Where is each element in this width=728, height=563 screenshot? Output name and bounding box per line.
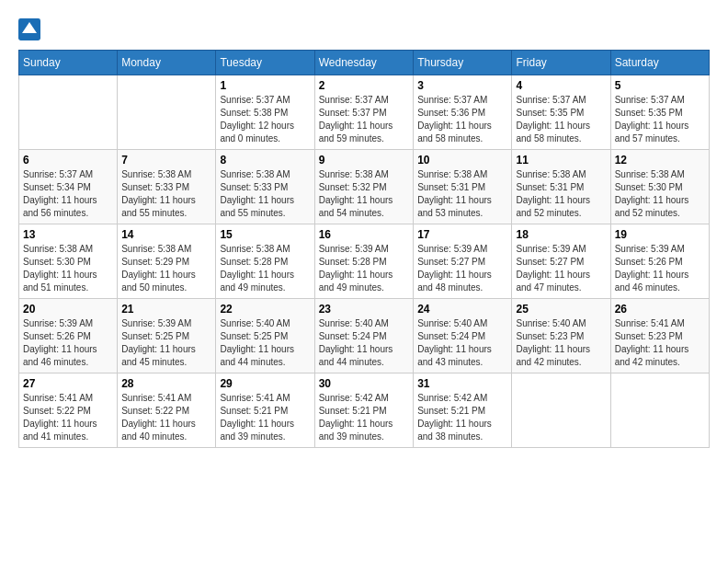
calendar-header: SundayMondayTuesdayWednesdayThursdayFrid… <box>19 51 710 75</box>
calendar-cell: 10Sunrise: 5:38 AMSunset: 5:31 PMDayligh… <box>414 150 512 224</box>
calendar-cell: 15Sunrise: 5:38 AMSunset: 5:28 PMDayligh… <box>216 224 314 299</box>
day-number: 11 <box>516 154 606 167</box>
calendar-cell <box>512 373 610 448</box>
calendar-cell: 28Sunrise: 5:41 AMSunset: 5:22 PMDayligh… <box>118 373 216 448</box>
day-info: Sunrise: 5:41 AMSunset: 5:22 PMDaylight:… <box>23 392 113 443</box>
calendar-cell: 19Sunrise: 5:39 AMSunset: 5:26 PMDayligh… <box>610 224 709 299</box>
day-number: 30 <box>319 377 410 390</box>
calendar-cell: 3Sunrise: 5:37 AMSunset: 5:36 PMDaylight… <box>414 75 512 150</box>
calendar-cell: 11Sunrise: 5:38 AMSunset: 5:31 PMDayligh… <box>512 150 610 224</box>
day-number: 22 <box>220 303 310 316</box>
day-number: 16 <box>319 228 410 241</box>
calendar-cell: 2Sunrise: 5:37 AMSunset: 5:37 PMDaylight… <box>314 75 414 150</box>
header-row: SundayMondayTuesdayWednesdayThursdayFrid… <box>19 51 710 75</box>
day-info: Sunrise: 5:39 AMSunset: 5:28 PMDaylight:… <box>319 243 410 294</box>
day-info: Sunrise: 5:41 AMSunset: 5:21 PMDaylight:… <box>220 392 310 443</box>
calendar-week-3: 13Sunrise: 5:38 AMSunset: 5:30 PMDayligh… <box>19 224 710 299</box>
day-info: Sunrise: 5:38 AMSunset: 5:31 PMDaylight:… <box>516 168 606 220</box>
day-number: 26 <box>615 303 705 316</box>
calendar-cell <box>118 75 216 150</box>
day-info: Sunrise: 5:38 AMSunset: 5:29 PMDaylight:… <box>121 243 211 294</box>
day-number: 15 <box>220 228 310 241</box>
day-info: Sunrise: 5:39 AMSunset: 5:26 PMDaylight:… <box>615 243 705 294</box>
day-number: 19 <box>615 228 705 241</box>
calendar-cell: 5Sunrise: 5:37 AMSunset: 5:35 PMDaylight… <box>610 75 709 150</box>
day-number: 4 <box>516 79 606 92</box>
calendar-cell: 22Sunrise: 5:40 AMSunset: 5:25 PMDayligh… <box>216 299 314 373</box>
day-number: 2 <box>319 79 410 92</box>
day-number: 31 <box>417 377 507 390</box>
calendar-cell: 25Sunrise: 5:40 AMSunset: 5:23 PMDayligh… <box>512 299 610 373</box>
calendar-cell: 20Sunrise: 5:39 AMSunset: 5:26 PMDayligh… <box>19 299 118 373</box>
calendar-cell: 13Sunrise: 5:38 AMSunset: 5:30 PMDayligh… <box>19 224 118 299</box>
day-number: 6 <box>23 154 113 167</box>
calendar-cell: 23Sunrise: 5:40 AMSunset: 5:24 PMDayligh… <box>314 299 414 373</box>
day-info: Sunrise: 5:40 AMSunset: 5:24 PMDaylight:… <box>417 317 507 369</box>
day-number: 12 <box>615 154 705 167</box>
calendar-cell: 16Sunrise: 5:39 AMSunset: 5:28 PMDayligh… <box>314 224 414 299</box>
day-number: 21 <box>121 303 211 316</box>
weekday-header-monday: Monday <box>118 51 216 75</box>
calendar-week-2: 6Sunrise: 5:37 AMSunset: 5:34 PMDaylight… <box>19 150 710 224</box>
calendar-cell: 29Sunrise: 5:41 AMSunset: 5:21 PMDayligh… <box>216 373 314 448</box>
day-number: 29 <box>220 377 310 390</box>
day-info: Sunrise: 5:38 AMSunset: 5:30 PMDaylight:… <box>615 168 705 220</box>
day-number: 3 <box>417 79 507 92</box>
day-info: Sunrise: 5:39 AMSunset: 5:26 PMDaylight:… <box>23 317 113 369</box>
day-number: 7 <box>121 154 211 167</box>
day-info: Sunrise: 5:38 AMSunset: 5:30 PMDaylight:… <box>23 243 113 294</box>
calendar-cell: 14Sunrise: 5:38 AMSunset: 5:29 PMDayligh… <box>118 224 216 299</box>
day-info: Sunrise: 5:39 AMSunset: 5:27 PMDaylight:… <box>516 243 606 294</box>
day-info: Sunrise: 5:37 AMSunset: 5:38 PMDaylight:… <box>220 94 310 145</box>
calendar-cell: 30Sunrise: 5:42 AMSunset: 5:21 PMDayligh… <box>314 373 414 448</box>
weekday-header-wednesday: Wednesday <box>314 51 414 75</box>
day-number: 10 <box>417 154 507 167</box>
calendar-cell: 21Sunrise: 5:39 AMSunset: 5:25 PMDayligh… <box>118 299 216 373</box>
weekday-header-sunday: Sunday <box>19 51 118 75</box>
calendar-cell <box>19 75 118 150</box>
calendar-week-4: 20Sunrise: 5:39 AMSunset: 5:26 PMDayligh… <box>19 299 710 373</box>
calendar-body: 1Sunrise: 5:37 AMSunset: 5:38 PMDaylight… <box>19 75 710 448</box>
calendar-cell: 12Sunrise: 5:38 AMSunset: 5:30 PMDayligh… <box>610 150 709 224</box>
day-number: 17 <box>417 228 507 241</box>
calendar-week-1: 1Sunrise: 5:37 AMSunset: 5:38 PMDaylight… <box>19 75 710 150</box>
day-info: Sunrise: 5:41 AMSunset: 5:23 PMDaylight:… <box>615 317 705 369</box>
day-info: Sunrise: 5:38 AMSunset: 5:28 PMDaylight:… <box>220 243 310 294</box>
day-info: Sunrise: 5:38 AMSunset: 5:32 PMDaylight:… <box>319 168 410 220</box>
calendar-week-5: 27Sunrise: 5:41 AMSunset: 5:22 PMDayligh… <box>19 373 710 448</box>
weekday-header-thursday: Thursday <box>414 51 512 75</box>
calendar-cell: 24Sunrise: 5:40 AMSunset: 5:24 PMDayligh… <box>414 299 512 373</box>
calendar-cell: 26Sunrise: 5:41 AMSunset: 5:23 PMDayligh… <box>610 299 709 373</box>
day-info: Sunrise: 5:42 AMSunset: 5:21 PMDaylight:… <box>319 392 410 443</box>
day-info: Sunrise: 5:37 AMSunset: 5:36 PMDaylight:… <box>417 94 507 145</box>
day-number: 20 <box>23 303 113 316</box>
day-info: Sunrise: 5:40 AMSunset: 5:23 PMDaylight:… <box>516 317 606 369</box>
day-info: Sunrise: 5:41 AMSunset: 5:22 PMDaylight:… <box>121 392 211 443</box>
day-number: 9 <box>319 154 410 167</box>
logo-icon <box>18 18 40 40</box>
calendar-cell: 8Sunrise: 5:38 AMSunset: 5:33 PMDaylight… <box>216 150 314 224</box>
day-number: 14 <box>121 228 211 241</box>
day-number: 28 <box>121 377 211 390</box>
day-info: Sunrise: 5:37 AMSunset: 5:37 PMDaylight:… <box>319 94 410 145</box>
calendar-cell: 7Sunrise: 5:38 AMSunset: 5:33 PMDaylight… <box>118 150 216 224</box>
day-info: Sunrise: 5:38 AMSunset: 5:33 PMDaylight:… <box>121 168 211 220</box>
day-number: 24 <box>417 303 507 316</box>
day-info: Sunrise: 5:40 AMSunset: 5:24 PMDaylight:… <box>319 317 410 369</box>
weekday-header-friday: Friday <box>512 51 610 75</box>
day-number: 18 <box>516 228 606 241</box>
weekday-header-saturday: Saturday <box>610 51 709 75</box>
day-number: 23 <box>319 303 410 316</box>
calendar-cell: 27Sunrise: 5:41 AMSunset: 5:22 PMDayligh… <box>19 373 118 448</box>
day-info: Sunrise: 5:37 AMSunset: 5:34 PMDaylight:… <box>23 168 113 220</box>
page-header <box>18 18 710 40</box>
calendar-cell: 31Sunrise: 5:42 AMSunset: 5:21 PMDayligh… <box>414 373 512 448</box>
calendar-cell: 6Sunrise: 5:37 AMSunset: 5:34 PMDaylight… <box>19 150 118 224</box>
day-info: Sunrise: 5:37 AMSunset: 5:35 PMDaylight:… <box>615 94 705 145</box>
day-info: Sunrise: 5:38 AMSunset: 5:33 PMDaylight:… <box>220 168 310 220</box>
weekday-header-tuesday: Tuesday <box>216 51 314 75</box>
day-info: Sunrise: 5:42 AMSunset: 5:21 PMDaylight:… <box>417 392 507 443</box>
calendar-table: SundayMondayTuesdayWednesdayThursdayFrid… <box>18 50 710 448</box>
calendar-cell: 9Sunrise: 5:38 AMSunset: 5:32 PMDaylight… <box>314 150 414 224</box>
day-info: Sunrise: 5:37 AMSunset: 5:35 PMDaylight:… <box>516 94 606 145</box>
